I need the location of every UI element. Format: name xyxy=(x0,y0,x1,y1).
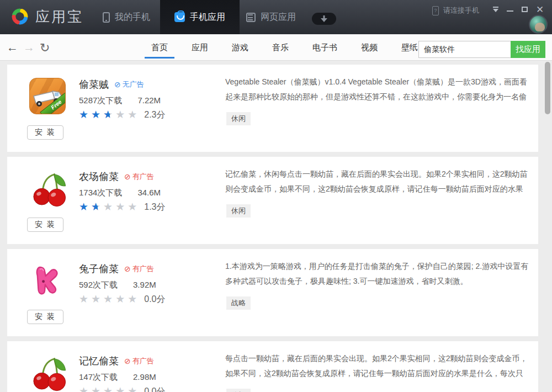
minimize-icon xyxy=(507,10,513,12)
file-size: 7.22M xyxy=(137,96,161,105)
category-tabs: 首页 应用 游戏 音乐 电子书 视频 壁纸 xyxy=(150,34,419,61)
tab-music[interactable]: 音乐 xyxy=(271,34,290,61)
app-name[interactable]: 记忆偷菜 xyxy=(79,354,119,368)
shield-slash-icon: ⊘ xyxy=(124,172,131,181)
app-description: 1.本游戏为一策略游戏，用户的任务是打击偷菜的兔子，保护自己的菜园; 2.游戏中… xyxy=(225,259,530,289)
download-count: 5287次下载 xyxy=(79,96,122,105)
rating-row: ★★★★★★ 1.3分 xyxy=(79,201,165,214)
app-icon-cherry[interactable] xyxy=(29,354,67,392)
download-manager-button[interactable] xyxy=(312,13,336,25)
shield-slash-icon: ⊘ xyxy=(124,357,131,365)
app-description: 每点击一颗幼苗，藏在后面的果实会出现。如果2个果实相同，这2颗幼苗则会变成金币，… xyxy=(225,351,530,382)
phone-question-icon: ? xyxy=(432,6,439,15)
file-size: 34.6M xyxy=(137,188,161,197)
menu-chevron-icon xyxy=(493,9,498,15)
connect-phone-label: 请连接手机 xyxy=(443,6,479,15)
titlebar-tab-phone-apps[interactable]: 手机应用 xyxy=(160,0,240,34)
rating-row: ★★★★★★ 2.3分 xyxy=(79,109,165,121)
tab-wallpaper[interactable]: 壁纸 xyxy=(400,34,419,61)
maximize-button[interactable] xyxy=(519,4,530,14)
titlebar-tab-my-phone[interactable]: 我的手机 xyxy=(88,0,164,34)
forward-button[interactable]: → xyxy=(23,41,35,54)
phone-icon xyxy=(103,12,110,23)
scrollbar-thumb[interactable] xyxy=(545,62,550,114)
find-app-button[interactable]: 找应用 xyxy=(511,41,545,58)
app-card: 安 装 兔子偷菜 ⊘ 有广告 592次下载3.92M ★★★★★ 0.0分 1.… xyxy=(7,249,538,336)
app-icon-bunny[interactable] xyxy=(29,262,67,300)
star-rating: ★★★★★ xyxy=(79,293,140,306)
category-tag: 休闲 xyxy=(226,389,251,392)
rating-score: 0.0分 xyxy=(144,294,165,305)
download-stats: 592次下载3.92M xyxy=(79,280,156,290)
ad-badge-label: 有广告 xyxy=(132,264,154,274)
titlebar-tab-label: 手机应用 xyxy=(190,12,225,23)
close-button[interactable]: ✕ xyxy=(534,4,545,14)
titlebar-tab-label: 我的手机 xyxy=(115,12,150,23)
web-page-icon xyxy=(246,13,256,22)
download-count: 147次下载 xyxy=(79,372,118,382)
cherries-icon xyxy=(29,354,68,392)
rating-score: 2.3分 xyxy=(144,109,165,121)
tab-ebooks[interactable]: 电子书 xyxy=(311,34,338,61)
file-size: 2.98M xyxy=(133,372,156,382)
search-results-list: Free 安 装 偷菜贼 ⊘ 无广告 5287次下载7.22M ★★★★★★ 2… xyxy=(0,61,552,392)
pink-bunny-icon xyxy=(29,262,66,300)
category-tag: 休闲 xyxy=(226,112,251,125)
app-description: 记忆偷菜，休闲每点击一颗幼苗，藏在后面的果实会出现。如果2个果实相同，这2颗幼苗… xyxy=(225,167,530,198)
tab-games[interactable]: 游戏 xyxy=(231,34,250,61)
download-arrow-icon xyxy=(321,15,327,23)
app-name[interactable]: 农场偷菜 xyxy=(79,170,119,183)
tab-video[interactable]: 视频 xyxy=(360,34,379,61)
close-icon: ✕ xyxy=(536,5,544,14)
app-logo: 应用宝 xyxy=(10,7,83,27)
app-card: 安 装 农场偷菜 ⊘ 有广告 1734次下载34.6M ★★★★★★ 1.3分 … xyxy=(7,157,538,244)
rating-row: ★★★★★ 0.0分 xyxy=(79,293,165,306)
titlebar: 应用宝 我的手机 手机应用 网页应用 ? 请连接手机 ✕ xyxy=(0,0,552,34)
ad-badge-label: 有广告 xyxy=(132,172,154,182)
search-input[interactable] xyxy=(418,41,511,58)
app-card: Free 安 装 偷菜贼 ⊘ 无广告 5287次下载7.22M ★★★★★★ 2… xyxy=(7,65,538,152)
download-count: 592次下载 xyxy=(79,280,118,289)
download-stats: 1734次下载34.6M xyxy=(79,188,161,198)
app-store-bag-icon xyxy=(174,12,185,22)
download-stats: 5287次下载7.22M xyxy=(79,96,161,106)
minimize-button[interactable] xyxy=(505,4,516,14)
titlebar-tab-web-apps[interactable]: 网页应用 xyxy=(232,0,310,34)
ad-badge-label: 有广告 xyxy=(132,356,154,366)
install-button[interactable]: 安 装 xyxy=(27,310,63,324)
main-menu-button[interactable] xyxy=(490,4,501,14)
connect-phone-status[interactable]: ? 请连接手机 xyxy=(432,6,479,15)
category-tag: 休闲 xyxy=(226,204,251,218)
rating-score: 0.0分 xyxy=(144,386,165,392)
category-tag: 战略 xyxy=(226,296,251,310)
install-button[interactable]: 安 装 xyxy=(27,125,63,140)
maximize-icon xyxy=(522,7,528,12)
file-size: 3.92M xyxy=(133,280,156,289)
back-button[interactable]: ← xyxy=(7,41,18,54)
cherries-icon xyxy=(29,170,68,209)
ad-badge: ⊘ 无广告 xyxy=(114,80,144,89)
rating-score: 1.3分 xyxy=(144,202,165,213)
star-rating: ★★★★★★ xyxy=(79,201,140,214)
app-icon-truck[interactable]: Free xyxy=(29,78,67,115)
ad-badge-label: 无广告 xyxy=(123,80,144,89)
user-avatar[interactable] xyxy=(529,15,548,34)
install-button[interactable]: 安 装 xyxy=(27,218,63,232)
shield-slash-icon: ⊘ xyxy=(114,80,121,89)
rating-row: ★★★★★ 0.0分 xyxy=(79,385,165,392)
app-card: 安 装 记忆偷菜 ⊘ 有广告 147次下载2.98M ★★★★★ 0.0分 每点… xyxy=(7,341,538,392)
shield-slash-icon: ⊘ xyxy=(124,264,131,273)
app-name[interactable]: 偷菜贼 xyxy=(79,78,109,91)
app-name[interactable]: 兔子偷菜 xyxy=(79,262,119,276)
ad-badge: ⊘ 有广告 xyxy=(124,264,154,274)
star-rating: ★★★★★★ xyxy=(79,109,140,121)
download-stats: 147次下载2.98M xyxy=(79,372,156,383)
tab-home[interactable]: 首页 xyxy=(150,34,169,61)
pinwheel-logo-icon xyxy=(10,7,30,27)
download-count: 1734次下载 xyxy=(79,188,122,197)
refresh-button[interactable]: ↻ xyxy=(40,41,50,55)
tab-apps[interactable]: 应用 xyxy=(190,34,209,61)
app-icon-cherry[interactable] xyxy=(29,170,67,208)
app-description: Vegetable Stealer（偷菜贼）v1.0.4 Vegetable S… xyxy=(225,75,530,105)
app-title: 应用宝 xyxy=(35,7,83,27)
